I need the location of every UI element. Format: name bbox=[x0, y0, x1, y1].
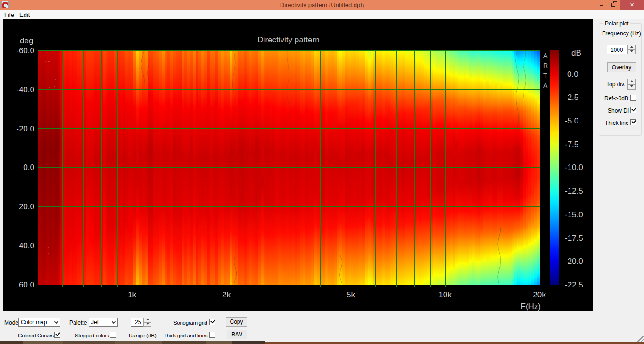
svg-text:-15.0: -15.0 bbox=[565, 210, 583, 219]
svg-text:R: R bbox=[543, 62, 548, 69]
svg-text:T: T bbox=[543, 72, 547, 79]
svg-text:-2.5: -2.5 bbox=[565, 93, 578, 102]
svg-text:0.0: 0.0 bbox=[23, 163, 34, 172]
svg-text:Directivity pattern: Directivity pattern bbox=[257, 35, 319, 44]
svg-text:F(Hz): F(Hz) bbox=[521, 302, 541, 311]
svg-text:-20.0: -20.0 bbox=[16, 124, 34, 133]
svg-text:-5.0: -5.0 bbox=[565, 116, 578, 125]
svg-text:deg: deg bbox=[20, 36, 33, 45]
svg-text:20k: 20k bbox=[533, 290, 546, 299]
svg-text:-40.0: -40.0 bbox=[16, 85, 34, 94]
svg-text:-22.5: -22.5 bbox=[565, 280, 583, 289]
svg-text:-17.5: -17.5 bbox=[565, 234, 583, 243]
svg-text:dB: dB bbox=[571, 49, 581, 57]
svg-text:A: A bbox=[543, 82, 548, 89]
svg-text:-12.5: -12.5 bbox=[565, 187, 583, 196]
svg-text:0.0: 0.0 bbox=[567, 70, 578, 79]
svg-text:1k: 1k bbox=[128, 290, 136, 299]
svg-text:20.0: 20.0 bbox=[19, 202, 34, 211]
svg-text:5k: 5k bbox=[347, 290, 355, 299]
svg-text:-7.5: -7.5 bbox=[565, 140, 578, 149]
svg-text:A: A bbox=[543, 52, 548, 59]
svg-text:-10.0: -10.0 bbox=[565, 163, 583, 172]
svg-text:-60.0: -60.0 bbox=[16, 46, 34, 55]
svg-text:-20.0: -20.0 bbox=[565, 257, 583, 266]
svg-text:60.0: 60.0 bbox=[19, 280, 34, 289]
svg-text:10k: 10k bbox=[438, 290, 452, 299]
svg-text:40.0: 40.0 bbox=[19, 241, 34, 250]
svg-text:2k: 2k bbox=[222, 290, 231, 299]
